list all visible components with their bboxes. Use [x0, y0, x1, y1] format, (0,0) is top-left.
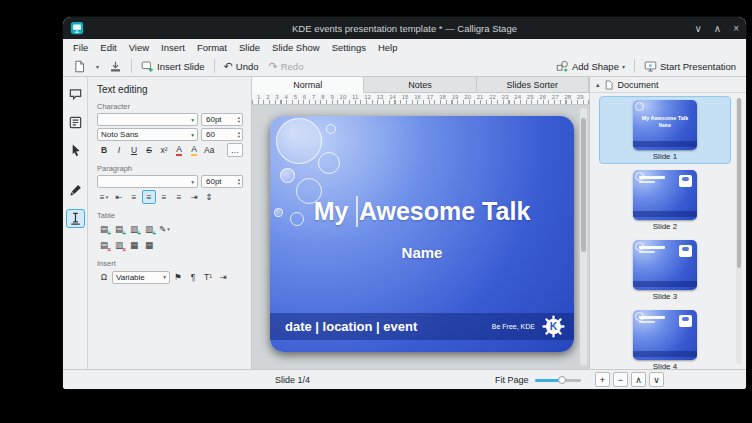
canvas-vertical-scrollbar[interactable]	[580, 108, 587, 366]
insert-column-left-button[interactable]: ▥+	[127, 222, 141, 236]
interaction-tool-button[interactable]	[66, 85, 85, 104]
tab-normal[interactable]: Normal	[252, 77, 364, 93]
next-slide-button[interactable]: ∨	[649, 372, 664, 387]
path-editing-tool-button[interactable]	[66, 181, 85, 200]
insert-tab-button[interactable]: ⇥	[216, 270, 230, 284]
slide-thumbnail-3[interactable]: Slide 3	[600, 237, 730, 303]
menu-insert[interactable]: Insert	[155, 40, 191, 55]
minimize-button[interactable]: ∨	[695, 23, 702, 34]
zoom-in-slide-panel-button[interactable]: +	[595, 372, 610, 387]
scrollbar-thumb[interactable]	[737, 98, 741, 268]
selection-tool-button[interactable]	[66, 141, 85, 160]
superscript-subscript-button[interactable]: x²	[157, 143, 171, 157]
insert-comment-button[interactable]: ¶	[186, 270, 200, 284]
slide-footer-bar[interactable]: date | location | event Be Free, KDE	[270, 313, 574, 340]
insert-row-below-button[interactable]: ▤+	[112, 222, 126, 236]
highlight-color-button[interactable]: A	[187, 143, 201, 157]
character-style-size-spinner[interactable]: 60pt ▴▾	[201, 113, 243, 126]
slide-title-textbox[interactable]: My Awesome Talk	[270, 196, 574, 227]
justify-button[interactable]: ≡	[172, 190, 186, 204]
menu-format[interactable]: Format	[191, 40, 233, 55]
split-cells-button[interactable]: ▦	[142, 238, 156, 252]
menu-file[interactable]: File	[67, 40, 94, 55]
horizontal-ruler[interactable]: 1234567891011121314151617181920212223242…	[252, 93, 589, 105]
menu-view[interactable]: View	[123, 40, 155, 55]
strikethrough-button[interactable]: S	[142, 143, 156, 157]
slide-thumbnail-1[interactable]: My Awesome TalkNameSlide 1	[600, 97, 730, 163]
menu-settings[interactable]: Settings	[326, 40, 372, 55]
menu-edit[interactable]: Edit	[94, 40, 122, 55]
pen-icon	[68, 183, 83, 198]
slide-thumbnail-4[interactable]: Slide 4	[600, 307, 730, 369]
slide-editing-area[interactable]: My Awesome Talk Name date | location | e…	[270, 116, 574, 352]
slide-credit-text: Be Free, KDE	[492, 323, 535, 330]
paragraph-style-combo[interactable]: ▾	[97, 175, 198, 188]
titlebar[interactable]: KDE events presentation template * — Cal…	[63, 17, 746, 39]
chevron-up-icon[interactable]: ▴	[596, 81, 600, 89]
spinner-arrows-icon[interactable]: ▴▾	[238, 178, 240, 185]
insert-slide-icon	[141, 60, 154, 73]
save-button[interactable]	[104, 57, 127, 75]
insert-row-above-button[interactable]: ▤+	[97, 222, 111, 236]
italic-button[interactable]: I	[112, 143, 126, 157]
underline-button[interactable]: U	[127, 143, 141, 157]
font-family-combo[interactable]: Noto Sans▾	[97, 128, 198, 141]
tab-notes[interactable]: Notes	[364, 77, 476, 92]
close-button[interactable]: ×	[733, 23, 739, 34]
tab-slides-sorter[interactable]: Slides Sorter	[477, 77, 589, 92]
slide-subtitle-textbox[interactable]: Name	[270, 244, 574, 261]
delete-column-button[interactable]: ▥×	[112, 238, 126, 252]
variable-combo[interactable]: Variable▾	[112, 271, 170, 284]
character-style-combo[interactable]: ▾	[97, 113, 198, 126]
maximize-button[interactable]: ∧	[714, 23, 721, 34]
insert-footnote-button[interactable]: T¹	[201, 270, 215, 284]
table-border-pen-button[interactable]: ✎▾	[157, 222, 172, 236]
slide-canvas[interactable]: My Awesome Talk Name date | location | e…	[252, 105, 589, 369]
zoom-mode-label[interactable]: Fit Page	[495, 375, 529, 385]
presentation-screen-icon	[644, 60, 657, 73]
start-presentation-button[interactable]: Start Presentation	[639, 57, 741, 75]
align-left-button[interactable]: ≡	[127, 190, 141, 204]
insert-column-right-button[interactable]: ▥+	[142, 222, 156, 236]
slide-thumbnail-label: Slide 1	[653, 152, 677, 161]
slide-footer-text[interactable]: date | location | event	[270, 319, 492, 334]
menu-help[interactable]: Help	[372, 40, 404, 55]
zoom-slider[interactable]	[535, 379, 581, 382]
slide-thumbnail-label: Slide 3	[653, 292, 677, 301]
spinner-arrows-icon[interactable]: ▴▾	[238, 116, 240, 123]
delete-row-button[interactable]: ▤×	[97, 238, 111, 252]
text-color-button[interactable]: A	[172, 143, 186, 157]
insert-special-character-button[interactable]: Ω	[97, 270, 111, 284]
redo-button[interactable]: ↷ Redo	[263, 57, 308, 75]
document-panel-header[interactable]: ▴ Document	[590, 77, 746, 93]
zoom-out-slide-panel-button[interactable]: −	[613, 372, 628, 387]
insert-slide-button[interactable]: Insert Slide	[136, 57, 210, 75]
text-frame-tool-button[interactable]	[66, 113, 85, 132]
more-character-options-button[interactable]: …	[227, 143, 243, 157]
panel-vertical-scrollbar[interactable]	[736, 98, 742, 364]
menu-slide-show[interactable]: Slide Show	[266, 40, 326, 55]
menu-slide[interactable]: Slide	[233, 40, 266, 55]
align-center-button[interactable]: ≡	[142, 190, 156, 204]
merge-cells-button[interactable]: ▦	[127, 238, 141, 252]
line-spacing-button[interactable]: ⇕	[202, 190, 216, 204]
new-document-button[interactable]	[68, 57, 91, 75]
change-case-button[interactable]: Aa	[202, 143, 216, 157]
spinner-arrows-icon[interactable]: ▴▾	[238, 131, 240, 138]
text-editing-tool-button[interactable]	[66, 209, 85, 228]
zoom-slider-handle[interactable]	[558, 376, 566, 384]
increase-indent-button[interactable]: ⇥	[187, 190, 201, 204]
align-right-button[interactable]: ≡	[157, 190, 171, 204]
bold-button[interactable]: B	[97, 143, 111, 157]
insert-bookmark-button[interactable]: ⚑	[171, 270, 185, 284]
add-shape-button[interactable]: Add Shape ▾	[551, 57, 630, 75]
previous-slide-button[interactable]: ∧	[631, 372, 646, 387]
open-recent-dropdown-button[interactable]: ▾	[91, 57, 104, 75]
slide-thumbnail-2[interactable]: Slide 2	[600, 167, 730, 233]
decrease-indent-button[interactable]: ⇤	[112, 190, 126, 204]
font-size-spinner[interactable]: 60 ▴▾	[201, 128, 243, 141]
scrollbar-thumb[interactable]	[581, 118, 586, 252]
undo-button[interactable]: ↶ Undo	[219, 57, 264, 75]
paragraph-size-spinner[interactable]: 60pt ▴▾	[201, 175, 243, 188]
list-style-button[interactable]: ≡▾	[97, 190, 111, 204]
